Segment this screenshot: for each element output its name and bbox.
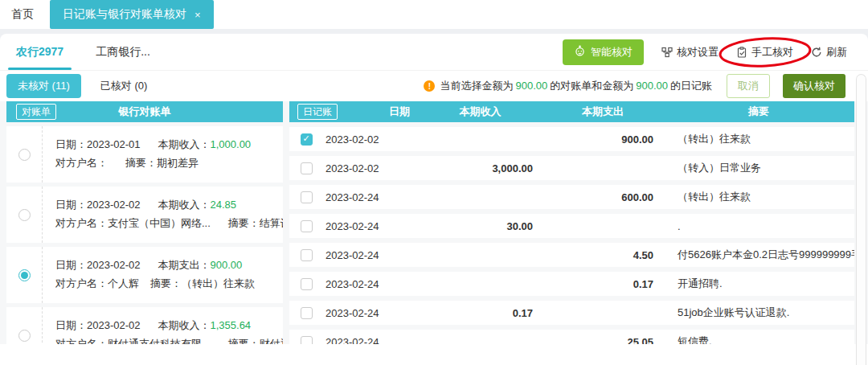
robot-icon: [574, 45, 586, 59]
journal-row-date: 2023-02-24: [323, 220, 418, 232]
journal-row[interactable]: 2023-02-24 0.17 开通招聘.: [289, 272, 854, 296]
refresh-link[interactable]: 刷新: [811, 45, 847, 59]
bank-row-party: 个人辉: [108, 277, 139, 289]
bank-row-summary: 期初差异: [157, 157, 199, 169]
journal-row-checkbox[interactable]: [301, 133, 313, 146]
refresh-icon: [811, 47, 822, 58]
journal-row[interactable]: 2023-02-02 3,000.00 （转入）日常业务: [289, 156, 854, 180]
account-tabs-row: 农行2977 工商银行... 智能核对: [0, 34, 868, 71]
journal-row[interactable]: 2023-02-02 900.00 （转出）往来款: [289, 127, 854, 151]
journal-header: 日记账 日期 本期收入 本期支出 摘要: [289, 101, 854, 122]
journal-row-income: 30.00: [418, 220, 542, 232]
cancel-button[interactable]: 取消: [727, 74, 770, 98]
account-tab-gongshang[interactable]: 工商银行...: [80, 34, 166, 70]
vertical-scrollbar[interactable]: [856, 74, 866, 365]
manual-check-link[interactable]: 手工核对: [736, 45, 793, 59]
toolbar: 智能核对 核对设置: [563, 39, 847, 65]
bank-statement-title: 银行对账单: [119, 105, 171, 119]
journal-row-summary: .: [663, 220, 854, 232]
bank-row[interactable]: 日期：2023-02-02本期收入：24.85 对方户名：支付宝（中国）网络..…: [6, 187, 283, 243]
journal-row-income: 0.17: [418, 307, 542, 319]
bank-row-party: 财付通支付科技有限...: [108, 338, 211, 344]
journal-row-summary: 51job企业账号认证退款.: [663, 306, 854, 320]
close-icon[interactable]: ×: [194, 9, 201, 21]
manual-check-label: 手工核对: [751, 45, 793, 59]
journal-row-expense: 600.00: [542, 191, 663, 203]
journal-row-summary: 短信费.: [663, 334, 854, 344]
journal-row-summary: 开通招聘.: [663, 277, 854, 291]
journal-row-date: 2023-02-24: [323, 249, 418, 261]
col-header-income: 本期收入: [418, 105, 542, 119]
bank-row-date: 2023-02-02: [87, 319, 141, 331]
journal-row-income: 3,000.00: [418, 162, 542, 174]
journal-row-checkbox[interactable]: [301, 278, 313, 290]
bank-row-date: 2023-02-01: [87, 138, 141, 150]
journal-row-date: 2023-02-24: [323, 278, 418, 290]
page-tab-reconciliation[interactable]: 日记账与银行对账单核对 ×: [50, 0, 214, 29]
reconcile-content: 对账单 银行对账单 日期：2023-02-01本期收入：1,000.00 对方户…: [0, 101, 868, 344]
smart-check-label: 智能核对: [591, 45, 633, 59]
col-header-date: 日期: [389, 105, 410, 119]
status-row: 未核对 (11) 已核对 (0) ! 当前选择金额为900.00的对账单和金额为…: [0, 71, 868, 101]
bank-row[interactable]: 日期：2023-02-01本期收入：1,000.00 对方户名：摘要：期初差异: [6, 126, 283, 182]
reconciliation-card: 农行2977 工商银行... 智能核对: [0, 34, 868, 365]
bank-row-radio[interactable]: [18, 330, 31, 342]
bank-row-summary: （转出）往来款: [182, 277, 255, 289]
bank-row-summary: 财付通转账: [260, 338, 283, 344]
status-tabs: 未核对 (11) 已核对 (0): [6, 74, 147, 98]
refresh-label: 刷新: [826, 45, 847, 59]
journal-row-date: 2023-02-24: [323, 307, 418, 319]
bank-row-date: 2023-02-02: [87, 259, 141, 271]
journal-row-date: 2023-02-24: [323, 191, 418, 203]
bank-row-amount: 1,000.00: [211, 138, 252, 150]
col-header-expense: 本期支出: [542, 105, 663, 119]
journal-row-expense: 4.50: [542, 249, 663, 261]
journal-row-date: 2023-02-02: [323, 162, 418, 174]
journal-row[interactable]: 2023-02-24 30.00 .: [289, 214, 854, 238]
journal-row[interactable]: 2023-02-24 4.50 付5626账户本金0.2日志号999999999…: [289, 243, 854, 267]
journal-row-checkbox[interactable]: [301, 249, 313, 261]
journal-row-expense: 0.17: [542, 278, 663, 290]
check-settings-link[interactable]: 核对设置: [661, 45, 719, 59]
bank-row-radio[interactable]: [18, 209, 31, 221]
journal-row-checkbox[interactable]: [301, 307, 313, 319]
journal-row[interactable]: 2023-02-24 25.05 短信费.: [289, 330, 854, 344]
top-tab-bar: 首页 日记账与银行对账单核对 ×: [0, 0, 868, 29]
journal-row-date: 2023-02-24: [323, 336, 418, 345]
bank-row-selected[interactable]: 日期：2023-02-02本期支出：900.00 对方户名：个人辉摘要：（转出）…: [6, 247, 283, 303]
account-tabs: 农行2977 工商银行...: [0, 34, 166, 70]
journal-row-summary: （转出）往来款: [663, 190, 854, 204]
journal-row[interactable]: 2023-02-24 600.00 （转出）往来款: [289, 185, 854, 209]
journal-row-checkbox[interactable]: [301, 220, 313, 232]
col-header-summary: 摘要: [663, 105, 854, 119]
journal-badge: 日记账: [297, 104, 338, 120]
bank-row[interactable]: 日期：2023-02-02本期收入：1,355.64 对方户名：财付通支付科技有…: [6, 307, 283, 344]
bank-row-radio[interactable]: [18, 149, 31, 161]
bank-row-radio[interactable]: [18, 269, 31, 281]
bank-row-date: 2023-02-02: [87, 199, 141, 211]
journal-row-expense: 900.00: [542, 133, 663, 146]
statement-badge: 对账单: [16, 104, 56, 120]
bank-row-amount: 1,355.64: [211, 319, 252, 331]
page-tab-title: 日记账与银行对账单核对: [63, 7, 186, 22]
smart-check-button[interactable]: 智能核对: [563, 39, 644, 65]
journal-row-checkbox[interactable]: [301, 336, 313, 345]
tab-unchecked[interactable]: 未核对 (11): [6, 74, 81, 98]
breadcrumb-home[interactable]: 首页: [0, 0, 50, 29]
bank-statement-header: 对账单 银行对账单: [6, 101, 283, 122]
notice-text: 当前选择金额为900.00的对账单和金额为900.00的日记账: [440, 79, 712, 93]
check-settings-label: 核对设置: [677, 45, 719, 59]
journal-panel: 日记账 日期 本期收入 本期支出 摘要 2023-02-02 900.00 （转…: [289, 101, 854, 344]
journal-row[interactable]: 2023-02-24 0.17 51job企业账号认证退款.: [289, 301, 854, 325]
journal-row-summary: 付5626账户本金0.2日志号999999999手续费: [663, 248, 854, 262]
selection-notice: ! 当前选择金额为900.00的对账单和金额为900.00的日记账 取消 确认核…: [424, 74, 845, 98]
account-tab-nonghang[interactable]: 农行2977: [0, 34, 80, 70]
tab-checked[interactable]: 已核对 (0): [100, 79, 148, 93]
bank-row-amount: 900.00: [211, 259, 243, 271]
bank-statement-panel: 对账单 银行对账单 日期：2023-02-01本期收入：1,000.00 对方户…: [6, 101, 283, 344]
confirm-check-button[interactable]: 确认核对: [783, 74, 845, 98]
journal-row-checkbox[interactable]: [301, 191, 313, 203]
journal-row-summary: （转出）往来款: [663, 132, 854, 146]
bank-row-summary: 结算订单20220: [260, 217, 283, 229]
journal-row-checkbox[interactable]: [301, 162, 313, 174]
